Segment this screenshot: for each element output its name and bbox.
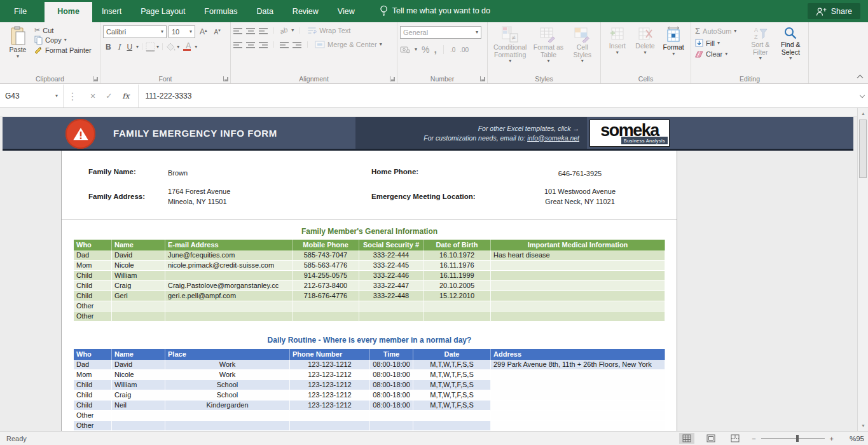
cell[interactable]: William <box>112 380 165 390</box>
conditional-formatting-button[interactable]: ≠ Conditional Formatting ▾ <box>490 24 530 73</box>
cell[interactable]: David <box>112 360 165 370</box>
cell[interactable] <box>491 291 665 301</box>
cell[interactable]: 16.10.1972 <box>424 250 491 261</box>
family-address-value[interactable]: 1764 Forest Avenue Mineola, NY 11501 <box>168 186 230 207</box>
delete-cells-button[interactable]: Delete ▾ <box>631 24 659 73</box>
cell[interactable] <box>413 411 491 421</box>
cell[interactable]: David <box>112 250 165 261</box>
cell[interactable]: School <box>165 380 290 390</box>
copy-button[interactable]: Copy ▾ <box>33 35 93 45</box>
tab-formulas[interactable]: Formulas <box>195 1 247 22</box>
clear-button[interactable]: Clear ▾ <box>694 50 745 58</box>
tab-view[interactable]: View <box>328 1 364 22</box>
cell[interactable]: 123-123-1212 <box>290 380 370 390</box>
cell[interactable] <box>112 312 165 322</box>
align-right-icon[interactable] <box>259 41 268 48</box>
collapse-ribbon-icon[interactable] <box>857 74 863 79</box>
cell[interactable] <box>165 301 293 312</box>
tab-data[interactable]: Data <box>247 1 282 22</box>
cell[interactable]: Nicole <box>112 261 165 271</box>
cell[interactable]: 15.12.2010 <box>424 291 491 301</box>
cell[interactable] <box>293 312 359 322</box>
cell[interactable]: 08:00-18:00 <box>370 390 413 400</box>
font-size-select[interactable]: 10 ▾ <box>169 25 195 38</box>
borders-caret-icon[interactable]: ▾ <box>156 44 159 50</box>
cell[interactable] <box>290 411 370 421</box>
cell[interactable]: Craig.Pastolove@morganstanley.cc <box>165 281 293 291</box>
shrink-font-button[interactable]: A▾ <box>212 28 223 36</box>
cell[interactable] <box>359 312 424 322</box>
fill-button[interactable]: Fill ▾ <box>694 38 745 48</box>
cell[interactable]: 16.11.1976 <box>424 261 491 271</box>
cell[interactable] <box>491 301 665 312</box>
cell[interactable]: Mom <box>74 261 112 271</box>
cell[interactable] <box>424 301 491 312</box>
cell[interactable] <box>293 301 359 312</box>
sheet-top-row[interactable] <box>0 108 857 117</box>
cell[interactable]: Dad <box>74 250 112 261</box>
cell[interactable]: 20.10.2005 <box>424 281 491 291</box>
underline-caret-icon[interactable]: ▾ <box>136 44 139 50</box>
worksheet[interactable]: FAMILY EMERGENCY INFO FORM For other Exc… <box>0 108 857 431</box>
cell[interactable]: Other <box>74 301 112 312</box>
cell[interactable]: Work <box>165 370 290 380</box>
fill-color-caret-icon[interactable]: ▾ <box>177 44 179 50</box>
grow-font-button[interactable]: A▴ <box>197 27 210 36</box>
orientation-caret-icon[interactable]: ▾ <box>291 28 294 33</box>
name-box-caret-icon[interactable]: ▾ <box>55 93 58 99</box>
share-button[interactable]: Share <box>808 3 860 19</box>
cell[interactable] <box>491 400 665 411</box>
cell[interactable]: Child <box>74 380 112 390</box>
cell[interactable]: Child <box>74 291 112 301</box>
cell[interactable]: Craig <box>112 390 165 400</box>
column-header-phone-number[interactable]: Phone Number <box>290 349 370 360</box>
cell[interactable]: 333-22-444 <box>359 250 424 261</box>
cell[interactable]: 333-22-445 <box>359 261 424 271</box>
cell[interactable]: M,T,W,T,F,S,S <box>413 380 491 390</box>
format-as-table-button[interactable]: Format as Table ▾ <box>530 24 567 73</box>
column-header-place[interactable]: Place <box>165 349 290 360</box>
bold-button[interactable]: B <box>103 43 114 51</box>
zoom-in-icon[interactable]: + <box>830 435 834 442</box>
tab-page-layout[interactable]: Page Layout <box>131 1 195 22</box>
cell[interactable]: 212-673-8400 <box>293 281 359 291</box>
cell[interactable]: School <box>165 390 290 400</box>
meeting-location-value[interactable]: 101 Westwood Avenue Great Neck, NY 11021 <box>500 186 659 207</box>
find-select-button[interactable]: Find & Select ▾ <box>776 24 806 73</box>
expand-formula-bar-icon[interactable] <box>857 85 868 107</box>
cell[interactable] <box>112 301 165 312</box>
cell[interactable]: Other <box>74 312 112 322</box>
alignment-dialog-launcher-icon[interactable] <box>390 76 395 81</box>
cell[interactable] <box>491 261 665 271</box>
cell[interactable] <box>165 421 290 431</box>
cell[interactable] <box>491 312 665 322</box>
promo-line-1[interactable]: For other Excel templates, click → <box>478 125 579 132</box>
number-format-select[interactable]: General ▾ <box>400 26 481 39</box>
cell[interactable] <box>165 411 290 421</box>
cell[interactable] <box>491 380 665 390</box>
cell[interactable] <box>370 411 413 421</box>
insert-function-icon[interactable]: fx <box>122 92 129 100</box>
cell[interactable]: nicole.primack@credit-suisse.com <box>165 261 293 271</box>
cell[interactable]: Mom <box>74 370 112 380</box>
column-header-social-security-[interactable]: Social Security # <box>359 240 424 250</box>
column-header-date[interactable]: Date <box>413 349 491 360</box>
cell[interactable]: 08:00-18:00 <box>370 360 413 370</box>
cell[interactable]: 585-563-4776 <box>293 261 359 271</box>
align-bottom-icon[interactable] <box>259 27 268 34</box>
cell[interactable] <box>491 421 665 431</box>
column-header-name[interactable]: Name <box>112 349 165 360</box>
paste-caret-icon[interactable]: ▾ <box>17 54 19 59</box>
cancel-icon[interactable]: × <box>90 91 95 101</box>
cell[interactable] <box>359 301 424 312</box>
enter-icon[interactable]: ✓ <box>106 92 112 100</box>
cell[interactable]: June@fcequities.com <box>165 250 293 261</box>
cell[interactable]: 123-123-1212 <box>290 400 370 411</box>
cell[interactable]: 123-123-1212 <box>290 390 370 400</box>
cell[interactable]: 08:00-18:00 <box>370 380 413 390</box>
percent-style-icon[interactable]: % <box>422 44 429 55</box>
cell[interactable] <box>491 390 665 400</box>
cell[interactable]: Dad <box>74 360 112 370</box>
cell[interactable] <box>424 312 491 322</box>
number-dialog-launcher-icon[interactable] <box>480 76 485 81</box>
